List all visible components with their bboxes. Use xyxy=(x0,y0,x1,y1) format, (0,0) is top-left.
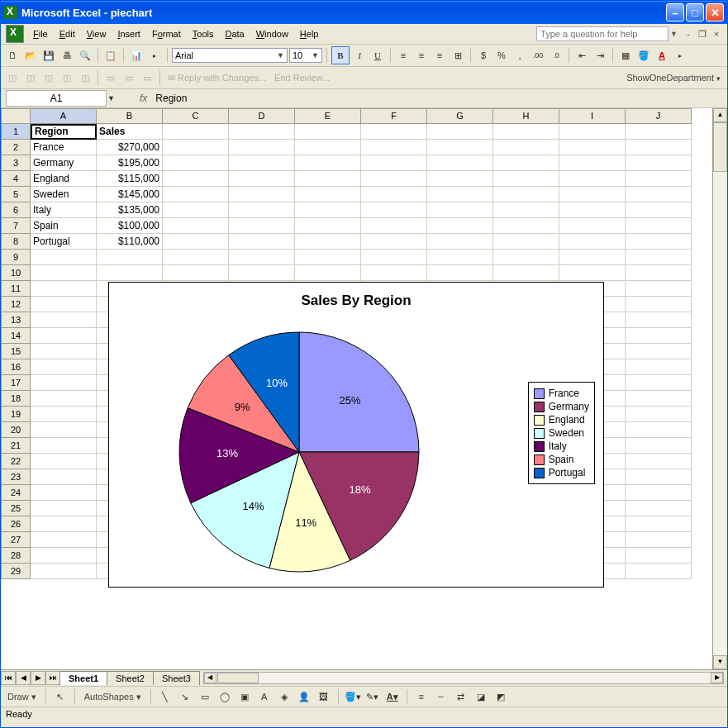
fx-icon[interactable]: fx xyxy=(140,93,147,104)
cell[interactable] xyxy=(31,422,97,438)
cell[interactable] xyxy=(626,155,692,171)
cell[interactable] xyxy=(163,140,229,155)
cell[interactable] xyxy=(229,140,295,155)
font-name-combo[interactable]: Arial▼ xyxy=(172,48,288,63)
cell[interactable] xyxy=(626,140,692,155)
menu-insert[interactable]: Insert xyxy=(112,27,146,40)
row-header-6[interactable]: 6 xyxy=(1,202,31,218)
rev-icon-3[interactable]: ◫ xyxy=(40,69,57,86)
font-color-icon[interactable]: A xyxy=(654,47,670,64)
cell[interactable] xyxy=(31,469,97,485)
scroll-up-icon[interactable]: ▲ xyxy=(713,108,727,122)
cell[interactable] xyxy=(493,140,559,155)
cell[interactable] xyxy=(31,532,97,548)
end-review-button[interactable]: End Review... xyxy=(271,73,333,83)
cell[interactable] xyxy=(361,155,427,171)
cell[interactable] xyxy=(626,532,692,548)
cell[interactable] xyxy=(31,407,97,422)
rectangle-icon[interactable]: ▭ xyxy=(197,688,213,705)
tab-nav-prev-icon[interactable]: ◀ xyxy=(16,671,31,685)
select-all-corner[interactable] xyxy=(1,108,31,124)
cell[interactable] xyxy=(626,344,692,359)
cell[interactable] xyxy=(427,250,493,265)
cell[interactable] xyxy=(229,124,295,140)
cell[interactable]: Sweden xyxy=(31,187,97,202)
shadow-icon[interactable]: ◪ xyxy=(473,688,489,705)
scroll-thumb[interactable] xyxy=(713,122,727,172)
cell[interactable] xyxy=(493,124,559,140)
cell[interactable] xyxy=(31,328,97,344)
cell[interactable] xyxy=(493,155,559,171)
rev-icon-1[interactable]: ◫ xyxy=(4,69,21,86)
col-header-G[interactable]: G xyxy=(427,108,493,124)
cell[interactable] xyxy=(493,265,559,281)
cell[interactable] xyxy=(229,171,295,187)
scroll-left-icon[interactable]: ◀ xyxy=(204,673,216,683)
col-header-A[interactable]: A xyxy=(31,108,97,124)
cell[interactable] xyxy=(626,171,692,187)
cell[interactable] xyxy=(295,124,361,140)
cell[interactable] xyxy=(97,250,163,265)
row-header-10[interactable]: 10 xyxy=(1,265,31,281)
cell[interactable] xyxy=(163,265,229,281)
row-header-21[interactable]: 21 xyxy=(1,438,31,454)
col-header-C[interactable]: C xyxy=(163,108,229,124)
cell[interactable] xyxy=(163,171,229,187)
menu-tools[interactable]: Tools xyxy=(187,27,220,40)
cell[interactable] xyxy=(163,155,229,171)
row-header-3[interactable]: 3 xyxy=(1,155,31,171)
cell[interactable] xyxy=(295,218,361,234)
formula-content[interactable]: Region xyxy=(155,93,187,104)
cell[interactable] xyxy=(163,187,229,202)
row-header-15[interactable]: 15 xyxy=(1,344,31,359)
sheet-tab-3[interactable]: Sheet3 xyxy=(153,671,200,685)
cell[interactable] xyxy=(626,469,692,485)
cell[interactable] xyxy=(626,250,692,265)
cell[interactable] xyxy=(493,202,559,218)
row-header-1[interactable]: 1 xyxy=(1,124,31,140)
help-dropdown-icon[interactable]: ▼ xyxy=(670,30,678,38)
sheet-tab-2[interactable]: Sheet2 xyxy=(107,671,154,685)
cell[interactable] xyxy=(427,234,493,250)
draw-menu[interactable]: Draw ▾ xyxy=(4,692,40,702)
cell[interactable]: $195,000 xyxy=(97,155,163,171)
row-header-24[interactable]: 24 xyxy=(1,485,31,501)
cell[interactable] xyxy=(229,265,295,281)
col-header-B[interactable]: B xyxy=(97,108,163,124)
cell[interactable] xyxy=(626,454,692,469)
cell[interactable] xyxy=(163,202,229,218)
row-header-9[interactable]: 9 xyxy=(1,250,31,265)
cell[interactable] xyxy=(361,265,427,281)
name-box[interactable]: A1 ▼ xyxy=(6,90,107,107)
copy-icon[interactable]: 📋 xyxy=(102,47,119,64)
cell[interactable] xyxy=(31,375,97,391)
cell[interactable] xyxy=(427,218,493,234)
cell[interactable] xyxy=(559,234,626,250)
fill-color-draw-icon[interactable]: 🪣▾ xyxy=(345,688,361,705)
cell[interactable] xyxy=(31,548,97,564)
cell[interactable] xyxy=(295,155,361,171)
menu-help[interactable]: Help xyxy=(294,27,325,40)
h-scroll-thumb[interactable] xyxy=(217,673,259,683)
tab-nav-last-icon[interactable]: ⏭ xyxy=(45,671,60,685)
scroll-down-icon[interactable]: ▼ xyxy=(713,655,727,669)
autoshapes-menu[interactable]: AutoShapes ▾ xyxy=(81,692,145,702)
cell[interactable] xyxy=(427,202,493,218)
cell[interactable]: Italy xyxy=(31,202,97,218)
increase-decimal-icon[interactable]: .00 xyxy=(530,47,546,64)
cell[interactable] xyxy=(361,171,427,187)
cell[interactable] xyxy=(229,234,295,250)
menu-edit[interactable]: Edit xyxy=(54,27,81,40)
cell[interactable] xyxy=(626,548,692,564)
cell[interactable] xyxy=(626,218,692,234)
select-objects-icon[interactable]: ↖ xyxy=(52,688,69,705)
cell[interactable]: $110,000 xyxy=(97,234,163,250)
cell[interactable] xyxy=(427,155,493,171)
row-header-26[interactable]: 26 xyxy=(1,516,31,532)
cell[interactable]: Region xyxy=(31,124,97,140)
cell[interactable] xyxy=(163,250,229,265)
reply-changes-button[interactable]: ✉ Reply with Changes... xyxy=(164,73,269,83)
arrow-icon[interactable]: ↘ xyxy=(177,688,193,705)
row-header-22[interactable]: 22 xyxy=(1,454,31,469)
row-header-27[interactable]: 27 xyxy=(1,532,31,548)
